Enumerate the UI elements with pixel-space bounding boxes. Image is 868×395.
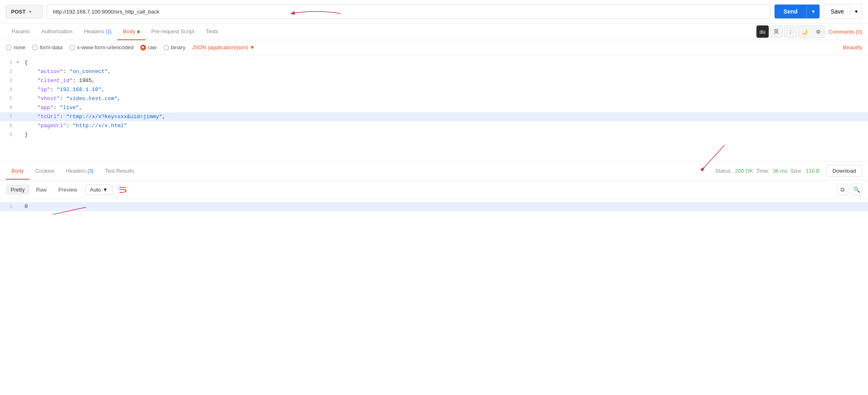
body-type-row: none form-data x-www-form-urlencoded raw… bbox=[0, 40, 868, 55]
response-code-area[interactable]: 1 0 bbox=[0, 199, 868, 215]
save-dropdown-icon[interactable]: ▼ bbox=[850, 5, 862, 18]
settings-icon[interactable]: ⚙ bbox=[812, 25, 825, 38]
wrap-svg bbox=[119, 185, 127, 194]
code-line-5: 5 "vhost": "video.test.com", bbox=[0, 94, 868, 103]
size-label: Size: bbox=[790, 168, 802, 174]
radio-form-data-circle bbox=[32, 45, 38, 50]
radio-raw[interactable]: raw bbox=[140, 44, 157, 50]
resp-code-line-1: 1 0 bbox=[0, 202, 868, 211]
code-line-8: 8 "pageUrl": "http://x/x.html" bbox=[0, 121, 868, 130]
tab-prerequest[interactable]: Pre-request Script bbox=[146, 23, 200, 40]
request-tabs-row: Params Authorization Headers (1) Body Pr… bbox=[0, 23, 868, 40]
status-label: Status: bbox=[715, 168, 731, 174]
size-value: 116 B bbox=[806, 168, 820, 174]
resp-tab-headers[interactable]: Headers (3) bbox=[60, 163, 99, 180]
copy-response-icon[interactable]: ⧉ bbox=[837, 184, 848, 195]
resp-tab-test-results[interactable]: Test Results bbox=[99, 163, 140, 180]
du-icon[interactable]: du bbox=[756, 25, 769, 38]
radio-urlencoded-circle bbox=[69, 45, 75, 50]
code-line-7: 7 "tcUrl": "rtmp://x/x?key=xxx&uid=jimmy… bbox=[0, 112, 868, 121]
lang-icon[interactable]: 英 bbox=[770, 25, 783, 38]
resp-tab-body[interactable]: Body bbox=[6, 163, 30, 180]
code-line-3: 3 "client_id": 1985, bbox=[0, 76, 868, 85]
code-line-4: 4 "ip": "192.168.1.10", bbox=[0, 85, 868, 94]
radio-raw-circle bbox=[140, 45, 146, 50]
preview-button[interactable]: Preview bbox=[53, 185, 82, 195]
code-line-2: 2 "action": "on_connect", bbox=[0, 67, 868, 76]
response-format-row: Pretty Raw Preview Auto ▼ ⧉ 🔍 bbox=[0, 180, 868, 199]
tabs-left: Params Authorization Headers (1) Body Pr… bbox=[6, 23, 756, 40]
comments-link[interactable]: Comments (0) bbox=[829, 29, 862, 35]
tab-body[interactable]: Body bbox=[117, 23, 146, 40]
send-dropdown-icon[interactable]: ▼ bbox=[806, 5, 820, 18]
radio-none-circle bbox=[6, 45, 11, 50]
wrap-icon[interactable] bbox=[116, 184, 129, 195]
json-type-select[interactable]: JSON (application/json) ▼ bbox=[192, 44, 255, 50]
response-status: Status: 200 OK Time: 36 ms Size: 116 B D… bbox=[715, 162, 862, 180]
moon-icon[interactable]: 🌙 bbox=[798, 25, 811, 38]
radio-form-data[interactable]: form-data bbox=[32, 44, 63, 50]
pretty-button[interactable]: Pretty bbox=[6, 185, 30, 195]
body-dot bbox=[137, 30, 140, 33]
search-response-icon[interactable]: 🔍 bbox=[851, 184, 862, 195]
code-line-9: 9 } bbox=[0, 130, 868, 139]
raw-button[interactable]: Raw bbox=[31, 185, 52, 195]
send-button[interactable]: Send ▼ bbox=[774, 5, 820, 18]
radio-binary-circle bbox=[163, 45, 169, 50]
code-line-6: 6 "app": "live", bbox=[0, 103, 868, 112]
top-bar: POST ▼ Send ▼ Save ▼ bbox=[0, 0, 868, 23]
code-line-1: 1 ▼ { bbox=[0, 58, 868, 67]
save-label: Save bbox=[824, 5, 850, 18]
tab-headers[interactable]: Headers (1) bbox=[78, 23, 117, 40]
method-label: POST bbox=[11, 9, 25, 15]
tab-params[interactable]: Params bbox=[6, 23, 36, 40]
response-icons-right: ⧉ 🔍 bbox=[837, 184, 862, 195]
semicolon-icon[interactable]: ； bbox=[784, 25, 797, 38]
resp-tab-cookies[interactable]: Cookies bbox=[30, 163, 60, 180]
time-label: Time: bbox=[756, 168, 770, 174]
method-select[interactable]: POST ▼ bbox=[6, 5, 43, 18]
radio-binary[interactable]: binary bbox=[163, 44, 185, 50]
tab-authorization[interactable]: Authorization bbox=[36, 23, 78, 40]
tab-tests[interactable]: Tests bbox=[200, 23, 224, 40]
url-input[interactable] bbox=[47, 5, 770, 19]
tabs-right: du 英 ； 🌙 ⚙ Comments (0) bbox=[756, 25, 862, 38]
radio-none[interactable]: none bbox=[6, 44, 25, 50]
radio-urlencoded[interactable]: x-www-form-urlencoded bbox=[69, 44, 134, 50]
status-value: 200 OK bbox=[735, 168, 753, 174]
send-label: Send bbox=[774, 5, 806, 18]
auto-select[interactable]: Auto ▼ bbox=[85, 185, 112, 195]
time-value: 36 ms bbox=[773, 168, 787, 174]
method-chevron: ▼ bbox=[28, 9, 32, 14]
response-tabs-row: Body Cookies Headers (3) Test Results St… bbox=[0, 162, 868, 180]
save-button[interactable]: Save ▼ bbox=[824, 4, 862, 19]
download-button[interactable]: Download bbox=[826, 165, 862, 177]
response-tabs-left: Body Cookies Headers (3) Test Results bbox=[6, 163, 715, 179]
beautify-button[interactable]: Beautify bbox=[843, 44, 862, 50]
code-editor[interactable]: 1 ▼ { 2 "action": "on_connect", 3 "clien… bbox=[0, 55, 868, 162]
